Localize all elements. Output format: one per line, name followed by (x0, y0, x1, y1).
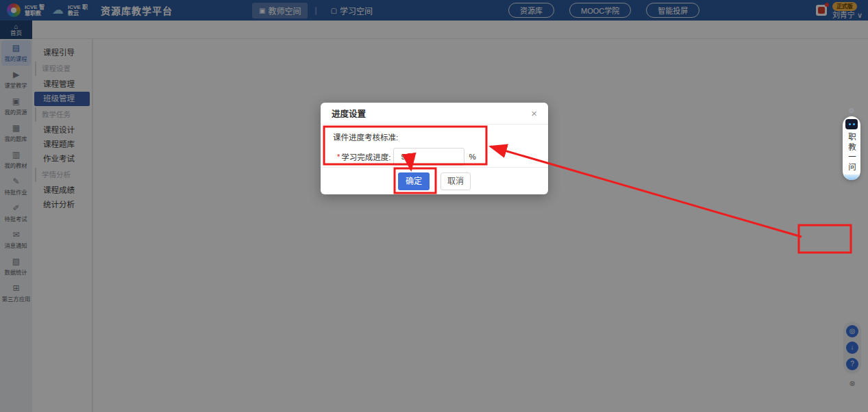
percent-unit: % (469, 153, 475, 161)
cancel-button[interactable]: 取消 (441, 172, 471, 190)
robot-icon (845, 119, 858, 129)
dialog-title: 进度设置 (332, 107, 366, 120)
wave-decoration (843, 175, 860, 180)
modal-overlay[interactable] (0, 0, 868, 412)
completion-progress-field: * 学习完成进度: 90 % (333, 148, 536, 166)
assistant-pill[interactable]: 职教一问 (843, 116, 860, 180)
ai-assistant-widget[interactable]: ⚙ 职教一问 (842, 107, 861, 180)
dialog-footer: 确定 取消 (321, 167, 548, 194)
progress-standard-label: 课件进度考核标准: (333, 131, 536, 142)
close-icon[interactable]: × (531, 108, 537, 118)
completion-progress-label: 学习完成进度: (341, 151, 390, 162)
gear-icon[interactable]: ⚙ (849, 107, 855, 115)
dialog-body: 课件进度考核标准: * 学习完成进度: 90 % (321, 125, 548, 166)
assistant-label: 职教一问 (846, 133, 857, 172)
progress-setting-dialog: 进度设置 × 课件进度考核标准: * 学习完成进度: 90 % 确定 取消 (321, 103, 548, 194)
app-window: ICVE 智慧职教 ☁ ICVE 职教云 资源库教学平台 ▣ 教师空间 | ▢ … (0, 0, 868, 412)
completion-progress-input[interactable]: 90 (393, 148, 464, 166)
required-mark: * (337, 153, 340, 161)
dialog-header: 进度设置 × (321, 103, 548, 125)
confirm-button[interactable]: 确定 (398, 172, 430, 190)
